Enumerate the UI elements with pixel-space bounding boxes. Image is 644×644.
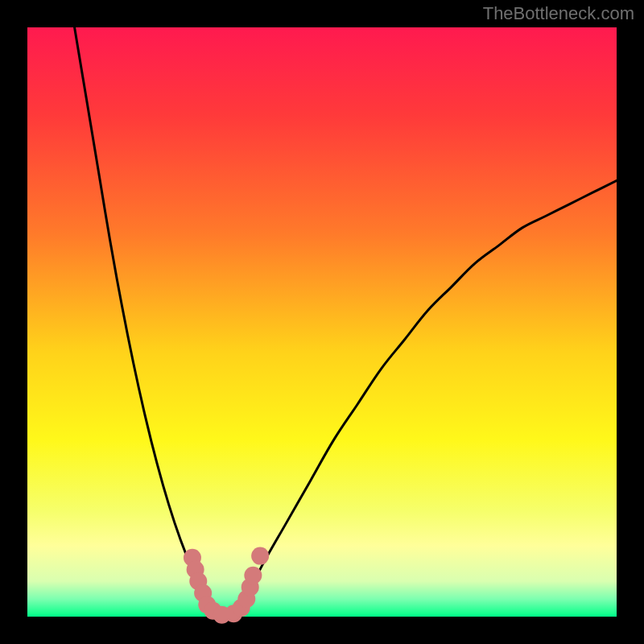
bottleneck-chart [0,0,644,644]
watermark-text: TheBottleneck.com [483,3,634,24]
svg-rect-1 [27,27,617,617]
marker-point [244,567,262,584]
marker-point [251,547,269,565]
chart-container: TheBottleneck.com [0,0,644,644]
